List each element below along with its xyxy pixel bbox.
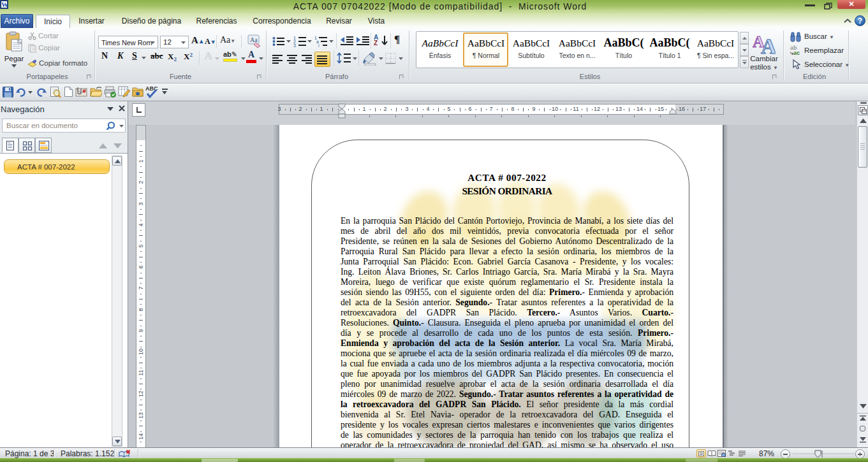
- svg-text:Aa: Aa: [250, 36, 258, 43]
- svg-text:i: i: [318, 43, 320, 48]
- svg-text:A: A: [761, 34, 776, 55]
- svg-text:3: 3: [293, 43, 296, 48]
